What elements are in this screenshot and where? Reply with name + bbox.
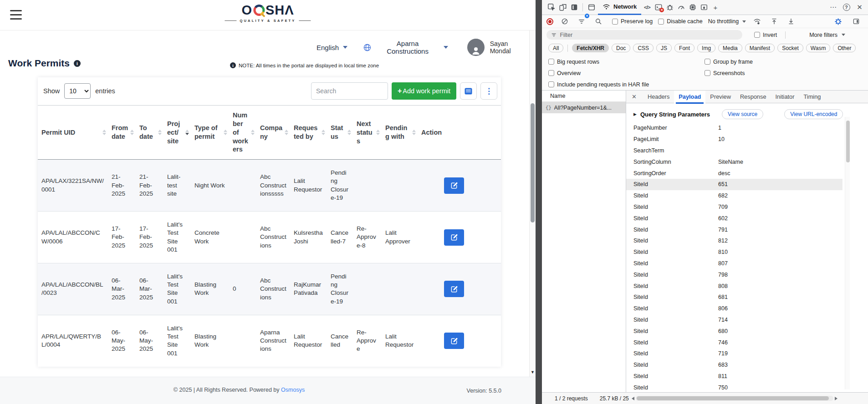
checkbox[interactable] bbox=[548, 70, 554, 76]
include-pending-har-checkbox[interactable]: Include pending requests in HAR file bbox=[548, 81, 649, 88]
column-header-number-of-workers[interactable]: Number of workers bbox=[229, 106, 256, 160]
column-header-permit-uid[interactable]: Permit UID bbox=[38, 106, 108, 160]
filter-toggle-icon[interactable]: ✕ bbox=[576, 15, 587, 27]
filter-pill-media[interactable]: Media bbox=[718, 44, 742, 52]
network-settings-gear-icon[interactable] bbox=[832, 15, 844, 27]
edit-permit-button[interactable] bbox=[444, 229, 464, 246]
scrollbar-thumb[interactable] bbox=[531, 103, 535, 222]
column-header-next-status[interactable]: Next status bbox=[353, 106, 382, 160]
export-har-icon[interactable] bbox=[785, 15, 797, 27]
record-network-log-icon[interactable] bbox=[546, 18, 553, 25]
device-toolbar-icon[interactable] bbox=[557, 1, 568, 13]
filter-pill-js[interactable]: JS bbox=[656, 44, 672, 52]
view-source-button[interactable]: View source bbox=[722, 109, 763, 119]
filter-pill-other[interactable]: Other bbox=[833, 44, 856, 52]
scroll-left-icon[interactable] bbox=[632, 397, 634, 400]
tab-memory-icon[interactable] bbox=[687, 1, 698, 13]
checkbox[interactable] bbox=[705, 70, 710, 76]
checkbox[interactable] bbox=[548, 81, 554, 87]
inspect-element-icon[interactable] bbox=[546, 1, 557, 13]
edit-permit-button[interactable] bbox=[444, 333, 464, 349]
filter-input[interactable] bbox=[560, 32, 738, 38]
search-input[interactable] bbox=[311, 82, 388, 100]
help-icon[interactable]: ? bbox=[841, 1, 852, 13]
detail-tab-timing[interactable]: Timing bbox=[799, 91, 825, 103]
scroll-right-icon[interactable] bbox=[835, 397, 837, 400]
overview-checkbox[interactable]: Overview bbox=[548, 70, 581, 76]
more-filters-dropdown[interactable]: More filters bbox=[809, 32, 845, 38]
invert-checkbox[interactable]: Invert bbox=[754, 32, 777, 38]
throttling-dropdown[interactable]: No throttling bbox=[708, 18, 746, 25]
tool-window-icon[interactable] bbox=[586, 1, 597, 13]
more-menu-icon[interactable]: ⋯ bbox=[827, 1, 839, 13]
screenshots-checkbox[interactable]: Screenshots bbox=[705, 70, 745, 76]
checkbox[interactable] bbox=[705, 59, 710, 65]
checkbox[interactable] bbox=[754, 32, 760, 38]
tab-console-icon[interactable]: ✕ bbox=[653, 1, 664, 13]
column-header-pending-with[interactable]: Pending with bbox=[382, 106, 418, 160]
edit-permit-button[interactable] bbox=[444, 177, 464, 194]
scroll-down-icon[interactable]: ▼ bbox=[530, 370, 536, 374]
filter-pill-css[interactable]: CSS bbox=[633, 44, 654, 52]
detail-horizontal-scrollbar[interactable] bbox=[632, 395, 837, 401]
user-menu[interactable]: Sayan Mondal bbox=[467, 39, 530, 56]
column-header-status[interactable]: Status bbox=[327, 106, 353, 160]
tab-network[interactable]: Network bbox=[598, 0, 641, 15]
company-dropdown[interactable]: Aparna Constructions bbox=[363, 40, 448, 55]
filter-pill-font[interactable]: Font bbox=[674, 44, 694, 52]
filter-pill-fetch-xhr[interactable]: Fetch/XHR bbox=[572, 44, 609, 52]
filter-pill-doc[interactable]: Doc bbox=[612, 44, 630, 52]
add-tab-icon[interactable]: + bbox=[710, 1, 721, 13]
scrollbar-thumb[interactable] bbox=[637, 396, 829, 400]
checkbox[interactable] bbox=[548, 59, 554, 65]
filter-pill-manifest[interactable]: Manifest bbox=[745, 44, 775, 52]
osmosys-link[interactable]: Osmosys bbox=[281, 387, 305, 393]
page-scrollbar[interactable]: ▼ bbox=[529, 30, 536, 377]
card-view-button[interactable] bbox=[460, 82, 477, 100]
focus-panel-icon[interactable] bbox=[568, 1, 580, 13]
scrollbar-thumb[interactable] bbox=[846, 121, 850, 162]
view-url-encoded-button[interactable]: View URL-encoded bbox=[784, 109, 843, 119]
filter-pill-socket[interactable]: Socket bbox=[777, 44, 803, 52]
language-dropdown[interactable]: English bbox=[317, 44, 347, 51]
group-by-frame-checkbox[interactable]: Group by frame bbox=[705, 59, 753, 65]
column-header-company[interactable]: Company bbox=[256, 106, 290, 160]
hamburger-menu-icon[interactable] bbox=[10, 10, 22, 20]
dock-panel-icon[interactable] bbox=[850, 15, 862, 27]
column-header-requested-by[interactable]: Requested by bbox=[290, 106, 327, 160]
big-request-rows-checkbox[interactable]: Big request rows bbox=[548, 59, 599, 65]
detail-tab-preview[interactable]: Preview bbox=[705, 91, 735, 103]
tab-performance-icon[interactable] bbox=[675, 1, 687, 13]
tab-sources-icon[interactable]: </> bbox=[641, 1, 653, 13]
import-har-icon[interactable] bbox=[768, 15, 780, 27]
devtools-resize-handle[interactable] bbox=[536, 0, 542, 404]
detail-tab-response[interactable]: Response bbox=[735, 91, 771, 103]
close-detail-icon[interactable]: ✕ bbox=[632, 93, 637, 100]
clear-network-log-icon[interactable] bbox=[559, 15, 570, 27]
network-conditions-icon[interactable] bbox=[751, 15, 763, 27]
detail-vertical-scrollbar[interactable] bbox=[845, 117, 850, 389]
filter-pill-all[interactable]: All bbox=[548, 44, 563, 52]
preserve-log-checkbox[interactable]: Preserve log bbox=[612, 18, 653, 25]
more-options-button[interactable]: ⋮ bbox=[480, 82, 497, 100]
detail-tab-headers[interactable]: Headers bbox=[643, 91, 674, 103]
request-row-selected[interactable]: {} All?PageNumber=1&... bbox=[542, 102, 626, 113]
filter-pill-wasm[interactable]: Wasm bbox=[806, 44, 831, 52]
info-icon[interactable]: i bbox=[74, 60, 81, 67]
column-header-from-date[interactable]: From date bbox=[108, 106, 136, 160]
column-header-to-date[interactable]: To date bbox=[136, 106, 163, 160]
page-size-select[interactable]: 10 bbox=[64, 83, 91, 99]
scrollbar-track[interactable] bbox=[636, 396, 833, 401]
expand-triangle-icon[interactable]: ▶ bbox=[633, 112, 637, 116]
search-icon[interactable] bbox=[592, 15, 604, 27]
add-work-permit-button[interactable]: + Add work permit bbox=[392, 82, 456, 100]
checkbox[interactable] bbox=[612, 19, 618, 25]
detail-tab-initiator[interactable]: Initiator bbox=[771, 91, 799, 103]
checkbox[interactable] bbox=[658, 19, 664, 25]
column-header-type-of-permit[interactable]: Type of permit bbox=[191, 106, 229, 160]
close-devtools-icon[interactable]: ✕ bbox=[854, 1, 865, 13]
tab-application-icon[interactable] bbox=[698, 1, 710, 13]
name-column-header[interactable]: Name bbox=[542, 91, 626, 102]
detail-tab-payload[interactable]: Payload bbox=[674, 91, 705, 103]
column-header-project-site[interactable]: Project/ site bbox=[163, 106, 191, 160]
